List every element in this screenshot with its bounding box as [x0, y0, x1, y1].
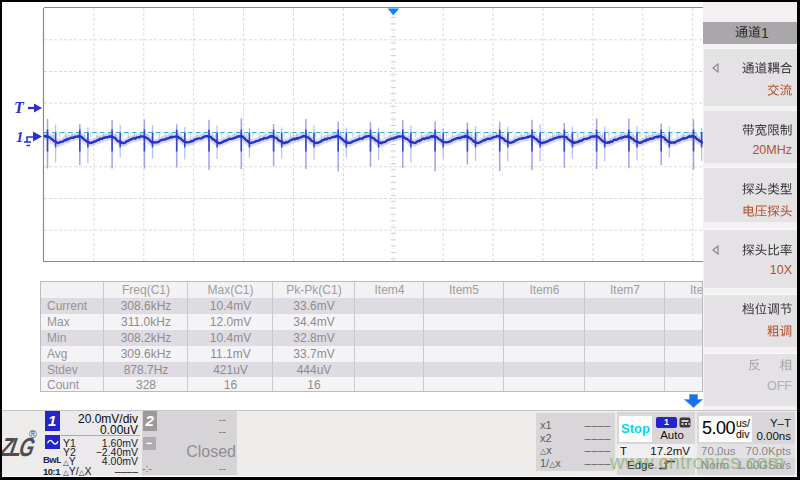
svg-text:T: T [14, 99, 25, 116]
